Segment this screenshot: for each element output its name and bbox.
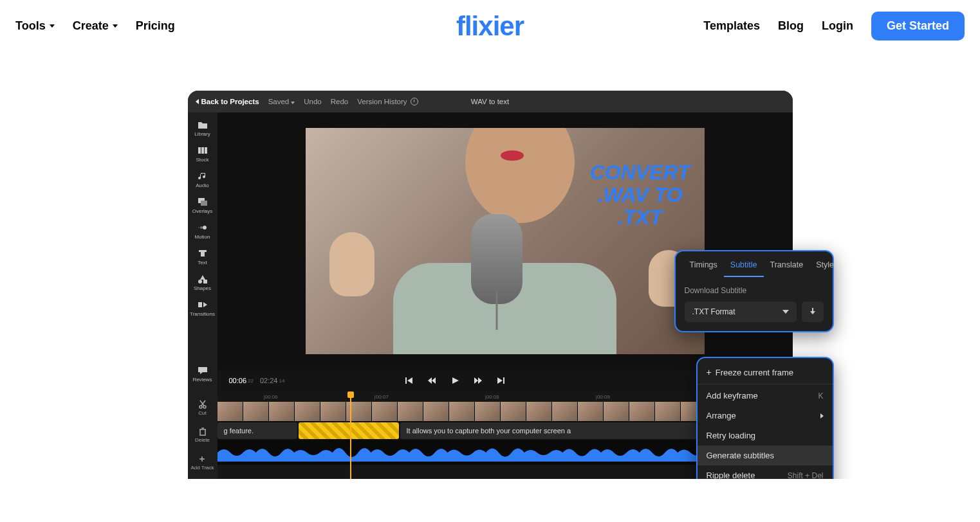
caret-down-icon — [291, 102, 295, 104]
caret-down-icon — [50, 24, 55, 28]
svg-rect-1 — [201, 147, 204, 154]
skip-start-icon[interactable] — [404, 376, 413, 385]
delete-tool[interactable]: Delete — [195, 427, 210, 443]
play-icon[interactable] — [450, 376, 459, 385]
nav-tools[interactable]: Tools — [15, 19, 55, 33]
sidebar-motion[interactable]: Motion — [189, 219, 217, 244]
forward-icon[interactable] — [474, 376, 483, 385]
project-name: WAV to text — [471, 98, 509, 105]
music-icon — [198, 172, 208, 181]
saved-status[interactable]: Saved — [268, 98, 295, 105]
nav-templates[interactable]: Templates — [703, 19, 760, 33]
nav-pricing[interactable]: Pricing — [136, 19, 175, 33]
download-icon — [809, 308, 817, 316]
cut-tool[interactable]: Cut — [198, 400, 207, 416]
version-history[interactable]: Version History — [357, 98, 418, 106]
tab-style[interactable]: Style — [809, 258, 840, 277]
caret-down-icon — [113, 24, 118, 28]
sidebar-library[interactable]: Library — [189, 116, 217, 141]
video-preview[interactable]: CONVERT .WAV TO .TXT — [306, 128, 705, 354]
sidebar-audio[interactable]: Audio — [189, 168, 217, 192]
download-button[interactable] — [802, 302, 824, 322]
format-select[interactable]: .TXT Format — [685, 302, 797, 322]
text-icon — [198, 249, 208, 258]
svg-point-5 — [203, 226, 207, 230]
back-to-projects[interactable]: Back to Projects — [196, 98, 259, 105]
ctx-arrange[interactable]: Arrange — [698, 406, 833, 426]
motion-icon — [198, 223, 208, 232]
svg-rect-10 — [198, 302, 202, 307]
undo-button[interactable]: Undo — [304, 98, 322, 105]
editor-topbar: Back to Projects Saved Undo Redo Version… — [188, 91, 793, 113]
transitions-icon — [198, 300, 208, 309]
sidebar-stock[interactable]: Stock — [189, 142, 217, 166]
svg-point-6 — [200, 226, 203, 229]
svg-point-12 — [203, 406, 206, 408]
download-subtitle-label: Download Subtitle — [685, 286, 824, 295]
site-logo[interactable]: flixier — [456, 11, 524, 42]
ctx-generate-subtitles[interactable]: Generate subtitles — [698, 446, 833, 465]
skip-end-icon[interactable] — [497, 376, 506, 385]
svg-rect-9 — [203, 280, 207, 284]
add-track-tool[interactable]: Add Track — [190, 455, 214, 471]
tab-subtitle[interactable]: Subtitle — [724, 258, 764, 277]
total-time: 02:24 — [260, 377, 278, 384]
redo-button[interactable]: Redo — [331, 98, 349, 105]
timeline-tools: Cut Delete Add Track — [188, 392, 217, 479]
chevron-down-icon — [782, 310, 789, 314]
tab-timings[interactable]: Timings — [683, 258, 724, 277]
playhead[interactable] — [350, 392, 351, 479]
subtitle-panel: Timings Subtitle Translate Style Downloa… — [674, 250, 834, 332]
svg-rect-0 — [198, 147, 201, 154]
site-navbar: Tools Create Pricing flixier Templates B… — [0, 0, 980, 52]
history-icon — [411, 98, 418, 105]
overlay-text: CONVERT .WAV TO .TXT — [590, 161, 690, 230]
chat-icon — [198, 366, 208, 375]
svg-point-7 — [198, 227, 199, 228]
sidebar-shapes[interactable]: Shapes — [189, 271, 217, 295]
rewind-icon[interactable] — [427, 376, 436, 385]
stock-icon — [198, 146, 208, 155]
shapes-icon — [198, 274, 208, 284]
subtitle-clip-selected[interactable] — [299, 422, 399, 439]
plus-icon: + — [707, 367, 712, 377]
chevron-left-icon — [196, 99, 199, 104]
chevron-right-icon — [820, 413, 824, 419]
svg-point-8 — [198, 280, 202, 284]
sidebar-transitions[interactable]: Transitions — [189, 296, 217, 321]
nav-login[interactable]: Login — [822, 19, 853, 33]
svg-rect-2 — [205, 147, 207, 154]
overlays-icon — [198, 197, 208, 206]
ctx-retry-loading[interactable]: Retry loading — [698, 426, 833, 446]
ctx-ripple-delete[interactable]: Ripple deleteShift + Del — [698, 465, 833, 479]
editor-sidebar: Library Stock Audio Overlays Motion Text… — [188, 113, 217, 392]
context-menu: +Freeze current frame Add keyframeK Arra… — [696, 357, 834, 479]
folder-icon — [198, 120, 208, 129]
svg-rect-4 — [201, 201, 207, 206]
get-started-button[interactable]: Get Started — [871, 12, 965, 40]
svg-point-11 — [199, 406, 202, 408]
nav-blog[interactable]: Blog — [778, 19, 804, 33]
subtitle-clip[interactable]: g feature. — [217, 422, 297, 439]
nav-create[interactable]: Create — [73, 19, 118, 33]
ctx-freeze-frame[interactable]: +Freeze current frame — [698, 362, 833, 382]
sidebar-text[interactable]: Text — [189, 245, 217, 269]
sidebar-reviews[interactable]: Reviews — [189, 362, 217, 386]
sidebar-overlays[interactable]: Overlays — [189, 194, 217, 218]
ctx-add-keyframe[interactable]: Add keyframeK — [698, 386, 833, 406]
current-time: 00:06 — [229, 377, 247, 384]
tab-translate[interactable]: Translate — [764, 258, 810, 277]
video-editor: Back to Projects Saved Undo Redo Version… — [188, 91, 793, 479]
